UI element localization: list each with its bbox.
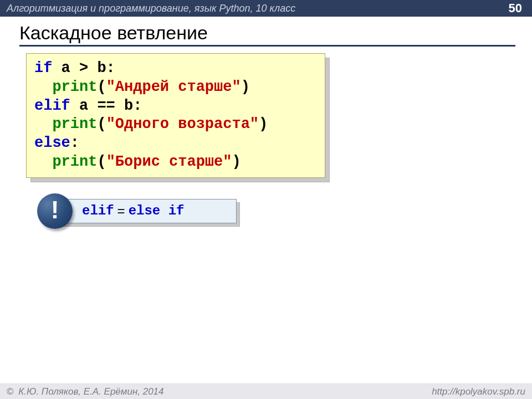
note-if: if (168, 203, 185, 218)
note-equals: = (114, 203, 129, 219)
footer-bar: © К.Ю. Поляков, Е.А. Ерёмин, 2014 http:/… (0, 383, 532, 399)
code-block: if a > b: print("Андрей старше") elif a … (26, 53, 325, 178)
keyword-elif: elif (34, 98, 70, 114)
string-literal: "Борис старше" (106, 154, 232, 170)
code-text: a > b: (52, 60, 115, 76)
attention-icon: ! (37, 193, 73, 229)
code-text: a == b: (70, 98, 142, 114)
header-course: Алгоритмизация и программирование, язык … (7, 3, 295, 14)
slide-title: Каскадное ветвление (19, 22, 515, 47)
func-print: print (52, 154, 97, 170)
code-text: : (70, 135, 79, 151)
paren: ) (259, 116, 268, 132)
copyright-icon: © (7, 386, 14, 397)
code-indent (34, 116, 52, 132)
footer-copyright: © К.Ю. Поляков, Е.А. Ерёмин, 2014 (7, 386, 164, 397)
paren: ( (97, 154, 106, 170)
keyword-if: if (34, 60, 52, 76)
paren: ( (97, 79, 106, 95)
header-bar: Алгоритмизация и программирование, язык … (0, 0, 532, 17)
slide-content: Каскадное ветвление if a > b: print("Анд… (0, 17, 532, 227)
note-else: else (129, 203, 161, 218)
footer-url: http://kpolyakov.spb.ru (432, 386, 525, 397)
string-literal: "Одного возраста" (106, 116, 259, 132)
page-number: 50 (509, 1, 522, 16)
func-print: print (52, 116, 97, 132)
keyword-else: else (34, 135, 70, 151)
paren: ) (241, 79, 250, 95)
paren: ( (97, 116, 106, 132)
code-indent (34, 154, 52, 170)
note-elif: elif (82, 203, 114, 218)
code-box: if a > b: print("Андрей старше") elif a … (26, 53, 325, 178)
note-space (160, 203, 168, 218)
copyright-text: К.Ю. Поляков, Е.А. Ерёмин, 2014 (18, 386, 163, 397)
paren: ) (232, 154, 241, 170)
func-print: print (52, 79, 97, 95)
note-block: elif = else if ! (54, 199, 237, 227)
exclamation-mark: ! (51, 196, 59, 224)
string-literal: "Андрей старше" (106, 79, 241, 95)
code-indent (34, 79, 52, 95)
note-box: elif = else if (54, 199, 237, 223)
